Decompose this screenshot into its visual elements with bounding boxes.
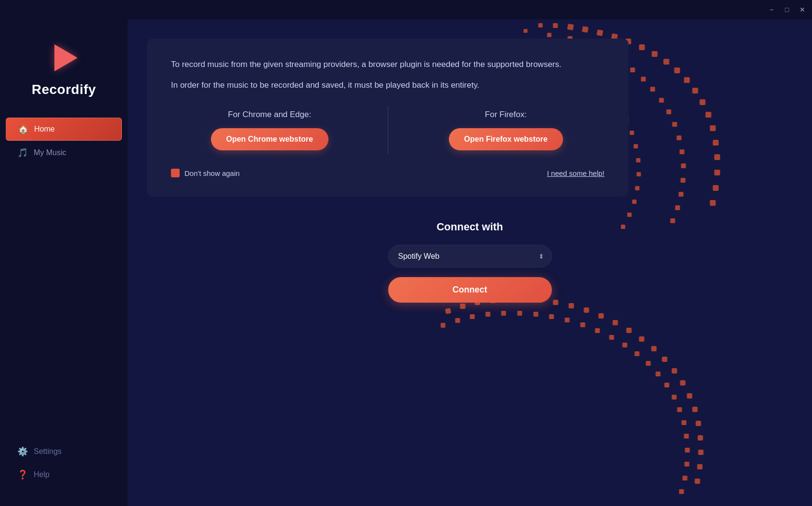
svg-rect-39: [547, 33, 551, 37]
svg-rect-6: [652, 51, 657, 57]
svg-rect-31: [677, 135, 681, 140]
info-card: To record music from the given streaming…: [147, 39, 629, 197]
svg-rect-52: [635, 186, 640, 190]
open-chrome-webstore-button[interactable]: Open Chrome webstore: [211, 128, 328, 150]
title-bar: − □ ✕: [0, 0, 812, 19]
svg-rect-50: [636, 158, 641, 162]
dont-show-row: Don't show again: [171, 169, 240, 177]
dont-show-label: Don't show again: [184, 169, 240, 177]
svg-rect-56: [524, 29, 527, 33]
svg-rect-53: [632, 200, 636, 204]
sidebar-bottom: ⚙️ Settings ❓ Help: [0, 435, 128, 496]
info-text-1: To record music from the given streaming…: [171, 58, 604, 71]
svg-rect-33: [681, 163, 686, 168]
browser-row: For Chrome and Edge: Open Chrome webstor…: [171, 106, 604, 154]
sidebar-item-home-label: Home: [34, 125, 55, 133]
connect-button[interactable]: Connect: [388, 277, 552, 303]
app-title: Recordify: [32, 82, 96, 97]
card-footer: Don't show again I need some help!: [171, 169, 604, 177]
sidebar: Recordify 🏠 Home 🎵 My Music ⚙️ Settings …: [0, 19, 128, 506]
svg-rect-26: [641, 77, 646, 81]
help-link[interactable]: I need some help!: [547, 169, 604, 177]
help-icon: ❓: [17, 469, 28, 480]
sidebar-item-home[interactable]: 🏠 Home: [6, 118, 122, 141]
service-select[interactable]: Spotify Web Amazon Music Deezer Tidal: [388, 245, 552, 267]
sidebar-item-settings-label: Settings: [34, 447, 62, 456]
svg-rect-18: [710, 200, 716, 206]
svg-rect-9: [684, 77, 690, 83]
svg-rect-12: [706, 112, 711, 118]
svg-rect-8: [674, 67, 680, 73]
sidebar-item-settings[interactable]: ⚙️ Settings: [6, 440, 122, 463]
svg-rect-35: [679, 192, 683, 197]
svg-rect-17: [713, 185, 719, 191]
maximize-button[interactable]: □: [783, 6, 791, 13]
svg-rect-0: [567, 24, 574, 30]
svg-rect-51: [637, 172, 641, 176]
svg-rect-29: [667, 109, 671, 114]
settings-icon: ⚙️: [17, 446, 28, 457]
svg-rect-34: [681, 178, 685, 183]
svg-rect-28: [659, 98, 664, 103]
service-select-wrapper: Spotify Web Amazon Music Deezer Tidal ⬍: [388, 245, 552, 267]
sidebar-item-help[interactable]: ❓ Help: [6, 464, 122, 486]
firefox-col: For Firefox: Open Firefox webstore: [407, 110, 605, 150]
svg-rect-11: [700, 99, 706, 105]
connect-section: Connect with Spotify Web Amazon Music De…: [128, 206, 812, 506]
svg-rect-16: [714, 170, 720, 175]
svg-rect-19: [553, 23, 558, 28]
svg-rect-38: [538, 23, 543, 27]
play-icon: [54, 44, 78, 71]
chrome-label: For Chrome and Edge:: [228, 110, 311, 120]
dont-show-checkbox[interactable]: [171, 169, 180, 177]
svg-rect-2: [596, 29, 603, 36]
chrome-edge-col: For Chrome and Edge: Open Chrome webstor…: [171, 110, 368, 150]
svg-rect-13: [710, 125, 716, 131]
main-content: /* rendered as SVG shapes below */: [128, 19, 812, 506]
svg-rect-25: [630, 67, 635, 72]
browser-divider: [388, 106, 388, 154]
minimize-button[interactable]: −: [768, 6, 775, 13]
firefox-label: For Firefox:: [485, 110, 527, 120]
sidebar-item-my-music[interactable]: 🎵 My Music: [6, 142, 122, 164]
svg-rect-27: [650, 87, 655, 92]
svg-rect-1: [582, 26, 589, 33]
info-text-2: In order for the music to be recorded an…: [171, 79, 604, 92]
nav-items: 🏠 Home 🎵 My Music: [0, 112, 128, 435]
app-logo: [45, 39, 83, 77]
sidebar-item-my-music-label: My Music: [34, 148, 66, 157]
sidebar-item-help-label: Help: [34, 470, 50, 479]
svg-rect-7: [663, 59, 669, 65]
svg-rect-14: [713, 140, 719, 146]
svg-rect-30: [672, 122, 677, 127]
svg-rect-48: [629, 131, 634, 135]
close-button[interactable]: ✕: [799, 6, 806, 13]
svg-rect-49: [634, 144, 638, 148]
open-firefox-webstore-button[interactable]: Open Firefox webstore: [449, 128, 563, 150]
home-icon: 🏠: [18, 124, 28, 134]
svg-rect-15: [714, 154, 720, 160]
svg-rect-32: [680, 149, 684, 154]
music-note-icon: 🎵: [17, 147, 28, 158]
connect-title: Connect with: [436, 221, 503, 233]
svg-rect-5: [639, 44, 645, 50]
logo-area: Recordify: [0, 29, 128, 112]
svg-rect-10: [692, 88, 698, 93]
